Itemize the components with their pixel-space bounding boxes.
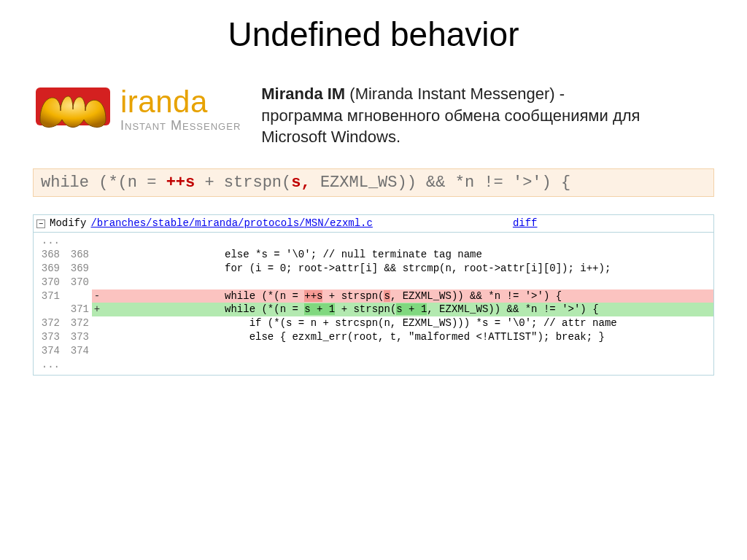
line-number-right: 369: [63, 262, 92, 276]
diff-sign: [92, 344, 102, 358]
diff-sign: [92, 316, 102, 330]
diff-code: while (*(n = s + 1 + strspn(s + 1, EZXML…: [102, 303, 713, 316]
diff-code: [102, 276, 713, 289]
line-number-left: ...: [34, 234, 63, 248]
line-number-right: 370: [63, 276, 92, 289]
line-number-left: 368: [34, 248, 63, 262]
diff-sign: [92, 248, 102, 262]
diff-header: − Modify /branches/stable/miranda/protoc…: [34, 215, 713, 233]
description-text: Miranda IM (Miranda Instant Messenger) -…: [261, 83, 640, 148]
diff-sign: [92, 358, 102, 372]
line-number-right: 374: [63, 344, 92, 358]
intro-row: iranda Instant Messenger Miranda IM (Mir…: [0, 63, 747, 148]
diff-sign: -: [92, 289, 102, 303]
diff-sign: +: [92, 303, 102, 316]
diff-link[interactable]: diff: [513, 217, 538, 230]
diff-panel: − Modify /branches/stable/miranda/protoc…: [33, 214, 714, 376]
diff-sign: [92, 262, 102, 276]
line-number-left: [34, 303, 63, 316]
line-number-right: 368: [63, 248, 92, 262]
diff-path-link[interactable]: /branches/stable/miranda/protocols/MSN/e…: [90, 217, 372, 230]
line-number-right: [63, 289, 92, 303]
line-number-right: [63, 234, 92, 248]
collapse-icon[interactable]: −: [36, 219, 45, 228]
diff-code: while (*(n = ++s + strspn(s, EZXML_WS)) …: [102, 289, 713, 303]
line-number-right: [63, 358, 92, 372]
diff-body: ... 368368 else *s = '\0'; // null termi…: [34, 233, 713, 375]
diff-code: else *s = '\0'; // null terminate tag na…: [102, 248, 713, 262]
line-number-left: ...: [34, 358, 63, 372]
logo-subtitle: Instant Messenger: [120, 119, 241, 132]
miranda-icon: [33, 83, 113, 136]
line-number-left: 371: [34, 289, 63, 303]
diff-code: [102, 358, 713, 372]
line-number-right: 373: [63, 330, 92, 344]
diff-sign: [92, 234, 102, 248]
diff-sign: [92, 276, 102, 289]
diff-code: [102, 344, 713, 358]
line-number-left: 370: [34, 276, 63, 289]
modify-label: Modify: [50, 217, 86, 230]
diff-code: if (*(s = n + strcspn(n, EZXML_WS))) *s …: [102, 316, 713, 330]
description-bold: Miranda IM: [261, 85, 345, 103]
code-snippet: while (*(n = ++s + strspn(s, EZXML_WS)) …: [33, 168, 714, 197]
diff-code: for (i = 0; root->attr[i] && strcmp(n, r…: [102, 262, 713, 276]
diff-sign: [92, 330, 102, 344]
logo-word: iranda: [120, 87, 241, 117]
line-number-right: 372: [63, 316, 92, 330]
slide-title: Undefined behavior: [0, 0, 747, 63]
line-number-left: 369: [34, 262, 63, 276]
diff-code: else { ezxml_err(root, t, "malformed <!A…: [102, 330, 713, 344]
diff-code: [102, 234, 713, 248]
line-number-left: 373: [34, 330, 63, 344]
miranda-logo: iranda Instant Messenger: [33, 83, 241, 136]
line-number-right: 371: [63, 303, 92, 316]
line-number-left: 372: [34, 316, 63, 330]
line-number-left: 374: [34, 344, 63, 358]
